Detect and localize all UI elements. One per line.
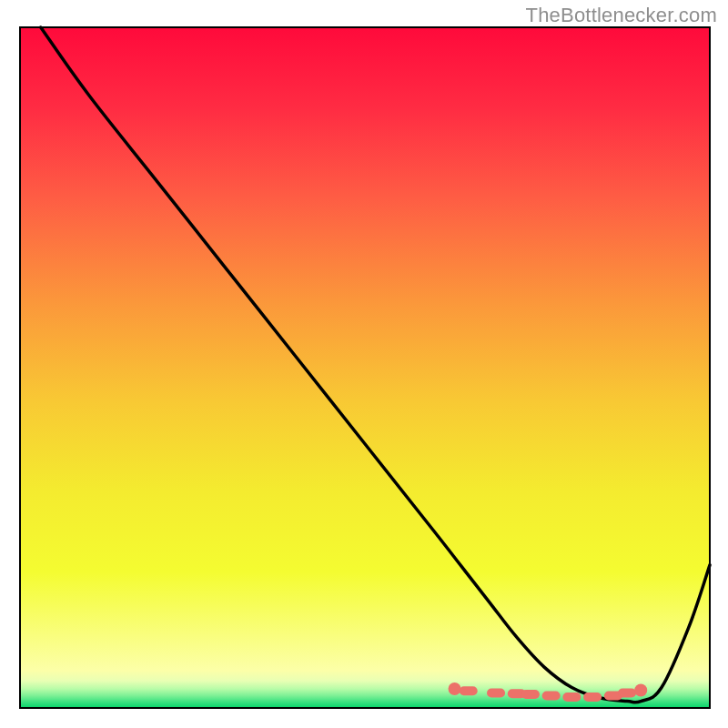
- optimum-marker: [583, 693, 602, 702]
- gradient-background: [20, 27, 710, 708]
- optimum-marker: [618, 689, 636, 698]
- optimum-marker: [542, 692, 561, 701]
- optimum-marker: [449, 682, 461, 695]
- optimum-marker: [460, 686, 478, 695]
- bottleneck-chart: [0, 0, 728, 728]
- optimum-marker: [521, 690, 540, 699]
- optimum-marker: [634, 684, 647, 697]
- optimum-marker: [562, 693, 581, 702]
- plot-area: [20, 27, 710, 708]
- optimum-marker: [487, 689, 505, 698]
